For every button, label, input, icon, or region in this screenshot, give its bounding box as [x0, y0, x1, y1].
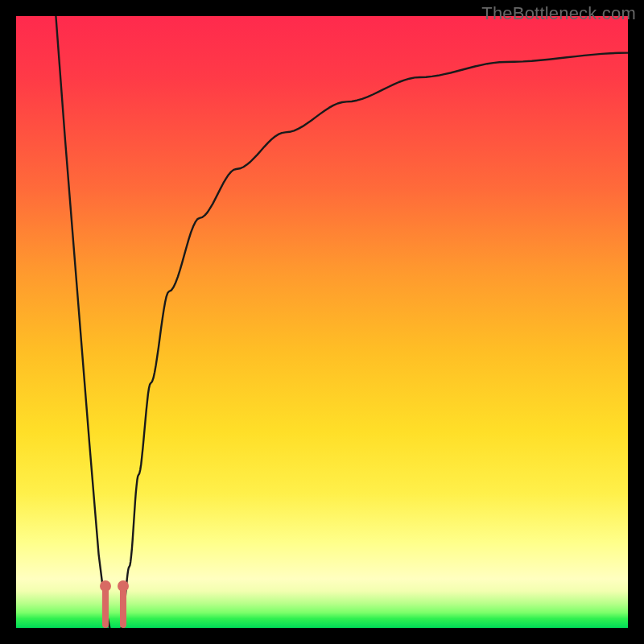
marker-left — [100, 580, 111, 592]
descending-branch-path — [56, 16, 109, 628]
chart-frame: TheBottleneck.com — [0, 0, 644, 644]
stem-right — [120, 586, 126, 628]
plot-area — [16, 16, 628, 628]
ascending-curve-path — [122, 53, 628, 628]
watermark-text: TheBottleneck.com — [481, 3, 636, 24]
curve-layer — [16, 16, 628, 628]
stem-left — [102, 586, 109, 628]
marker-right — [118, 580, 129, 592]
